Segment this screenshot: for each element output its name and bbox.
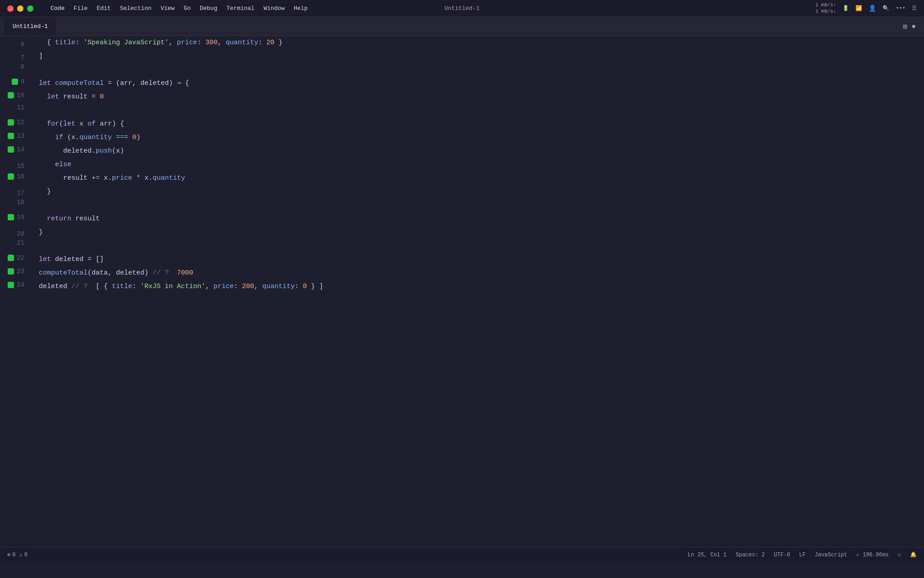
indentation[interactable]: Spaces: 2 bbox=[736, 552, 765, 558]
line-gutter: 6 bbox=[0, 41, 32, 48]
code-line: 16 result += x.price * x.quantity bbox=[0, 172, 924, 185]
line-number: 6 bbox=[21, 41, 24, 48]
line-content[interactable]: if (x.quantity === 0) bbox=[32, 131, 924, 144]
breakpoint-indicator[interactable] bbox=[8, 255, 14, 261]
menu-window[interactable]: Window bbox=[263, 5, 285, 12]
line-number: 14 bbox=[17, 146, 24, 153]
notification-icon[interactable]: 🔔 bbox=[910, 551, 917, 558]
line-gutter: 21 bbox=[0, 239, 32, 247]
line-content[interactable]: let deleted = [] bbox=[32, 253, 924, 266]
line-content[interactable]: computeTotal(data, deleted) // ? 7000 bbox=[32, 266, 924, 280]
line-content[interactable]: let result = 0 bbox=[32, 90, 924, 104]
encoding[interactable]: UTF-8 bbox=[774, 552, 790, 558]
network-speed: 1 KB/s↑1 KB/s↓ bbox=[815, 2, 836, 14]
language-mode[interactable]: JavaScript bbox=[815, 552, 847, 558]
minimize-button[interactable] bbox=[17, 5, 23, 12]
line-gutter: 24 bbox=[0, 281, 32, 289]
line-content[interactable]: } bbox=[32, 226, 924, 239]
window-title: Untitled-1 bbox=[444, 5, 480, 12]
list-icon: ☰ bbox=[912, 5, 917, 12]
breakpoint-indicator[interactable] bbox=[8, 173, 14, 180]
line-content[interactable]: for(let x of arr) { bbox=[32, 117, 924, 131]
line-content[interactable]: result += x.price * x.quantity bbox=[32, 172, 924, 185]
line-number: 20 bbox=[17, 230, 24, 238]
line-number: 16 bbox=[17, 173, 24, 180]
menu-help[interactable]: Help bbox=[294, 5, 308, 12]
line-content[interactable]: deleted // ? [ { title: 'RxJS in Action'… bbox=[32, 280, 924, 294]
close-button[interactable] bbox=[7, 5, 14, 12]
line-number: 10 bbox=[17, 92, 24, 99]
line-number: 12 bbox=[17, 119, 24, 126]
code-line: 21 bbox=[0, 239, 924, 253]
menu-go[interactable]: Go bbox=[184, 5, 191, 12]
battery-icon: 🔋 bbox=[842, 5, 849, 12]
line-content[interactable]: let computeTotal = (arr, deleted) ⇒ { bbox=[32, 77, 924, 90]
split-editor-icon[interactable]: ⊞ bbox=[903, 22, 907, 31]
maximize-button[interactable] bbox=[27, 5, 33, 12]
code-line: 23computeTotal(data, deleted) // ? 7000 bbox=[0, 266, 924, 280]
breakpoint-indicator[interactable] bbox=[8, 92, 14, 98]
breakpoint-indicator[interactable] bbox=[8, 268, 14, 275]
error-indicator[interactable]: ⊗ 0 ⚠ 0 bbox=[7, 551, 28, 558]
titlebar: Code File Edit Selection View Go Debug T… bbox=[0, 0, 924, 17]
menu-bar: Code File Edit Selection View Go Debug T… bbox=[42, 5, 308, 12]
line-gutter: 22 bbox=[0, 254, 32, 261]
more-icon: ••• bbox=[896, 5, 906, 12]
line-content[interactable]: else bbox=[32, 158, 924, 172]
timing: ✓ 196.96ms bbox=[856, 551, 889, 558]
code-line: 20} bbox=[0, 226, 924, 239]
code-line: 11 bbox=[0, 104, 924, 117]
line-content[interactable]: ] bbox=[32, 50, 924, 63]
menu-code[interactable]: Code bbox=[51, 5, 65, 12]
breakpoint-indicator[interactable] bbox=[8, 133, 14, 139]
breakpoint-indicator[interactable] bbox=[8, 214, 14, 220]
line-content[interactable]: return result bbox=[32, 212, 924, 226]
line-number: 8 bbox=[21, 63, 24, 70]
line-number: 21 bbox=[17, 239, 24, 247]
menu-terminal[interactable]: Terminal bbox=[226, 5, 254, 12]
line-content[interactable]: { title: 'Speaking JavaScript', price: 3… bbox=[32, 36, 924, 50]
code-line: 9let computeTotal = (arr, deleted) ⇒ { bbox=[0, 77, 924, 90]
circle-icon[interactable]: ● bbox=[911, 23, 916, 31]
line-gutter: 16 bbox=[0, 173, 32, 180]
smiley-icon[interactable]: ☺ bbox=[898, 552, 901, 558]
line-gutter: 8 bbox=[0, 63, 32, 70]
line-content[interactable]: deleted.push(x) bbox=[32, 144, 924, 158]
line-gutter: 20 bbox=[0, 230, 32, 238]
statusbar: ⊗ 0 ⚠ 0 Ln 25, Col 1 Spaces: 2 UTF-8 LF … bbox=[0, 547, 924, 562]
breakpoint-indicator[interactable] bbox=[8, 119, 14, 126]
tabbar: Untitled-1 ⊞ ● bbox=[0, 17, 924, 36]
warning-icon: ⚠ bbox=[19, 551, 22, 558]
editor: 6 { title: 'Speaking JavaScript', price:… bbox=[0, 36, 924, 547]
menu-debug[interactable]: Debug bbox=[200, 5, 217, 12]
menu-view[interactable]: View bbox=[161, 5, 175, 12]
code-line: 14 deleted.push(x) bbox=[0, 144, 924, 158]
error-icon: ⊗ bbox=[7, 551, 10, 558]
menu-file[interactable]: File bbox=[74, 5, 88, 12]
tab-untitled1[interactable]: Untitled-1 bbox=[4, 17, 57, 36]
breakpoint-indicator[interactable] bbox=[8, 282, 14, 288]
menu-edit[interactable]: Edit bbox=[97, 5, 111, 12]
breakpoint-indicator[interactable] bbox=[12, 79, 18, 85]
user-icon: 👤 bbox=[869, 5, 876, 12]
line-gutter: 18 bbox=[0, 199, 32, 206]
line-gutter: 12 bbox=[0, 119, 32, 126]
menu-selection[interactable]: Selection bbox=[120, 5, 152, 12]
line-number: 24 bbox=[17, 281, 24, 289]
line-number: 22 bbox=[17, 254, 24, 261]
cursor-position[interactable]: Ln 25, Col 1 bbox=[688, 552, 726, 558]
tab-actions: ⊞ ● bbox=[903, 22, 920, 31]
code-line: 18 bbox=[0, 199, 924, 212]
error-count: 0 bbox=[12, 552, 15, 558]
line-content[interactable]: } bbox=[32, 185, 924, 199]
code-line: 15 else bbox=[0, 158, 924, 172]
line-number: 13 bbox=[17, 132, 24, 140]
code-line: 24deleted // ? [ { title: 'RxJS in Actio… bbox=[0, 280, 924, 294]
line-gutter: 11 bbox=[0, 104, 32, 111]
line-gutter: 15 bbox=[0, 163, 32, 170]
line-number: 18 bbox=[17, 199, 24, 206]
code-area[interactable]: 6 { title: 'Speaking JavaScript', price:… bbox=[0, 36, 924, 547]
warning-count: 0 bbox=[24, 552, 28, 558]
breakpoint-indicator[interactable] bbox=[8, 146, 14, 153]
eol[interactable]: LF bbox=[799, 552, 805, 558]
